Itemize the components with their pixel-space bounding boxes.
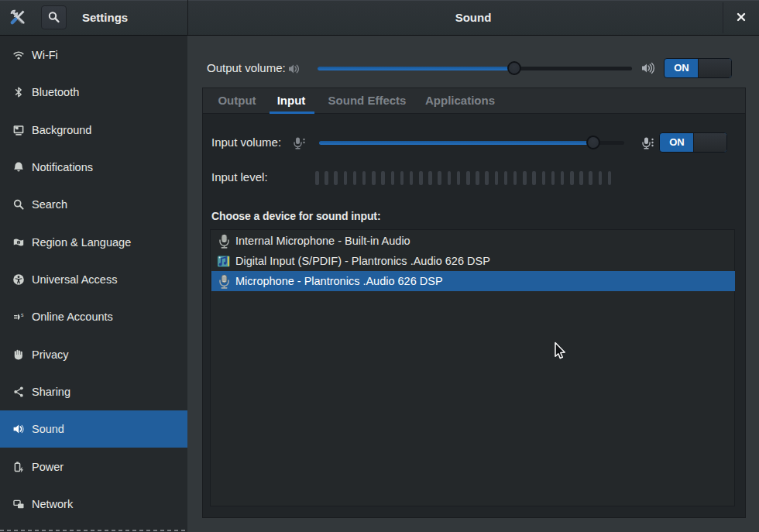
svg-text:s: s [21,312,24,317]
